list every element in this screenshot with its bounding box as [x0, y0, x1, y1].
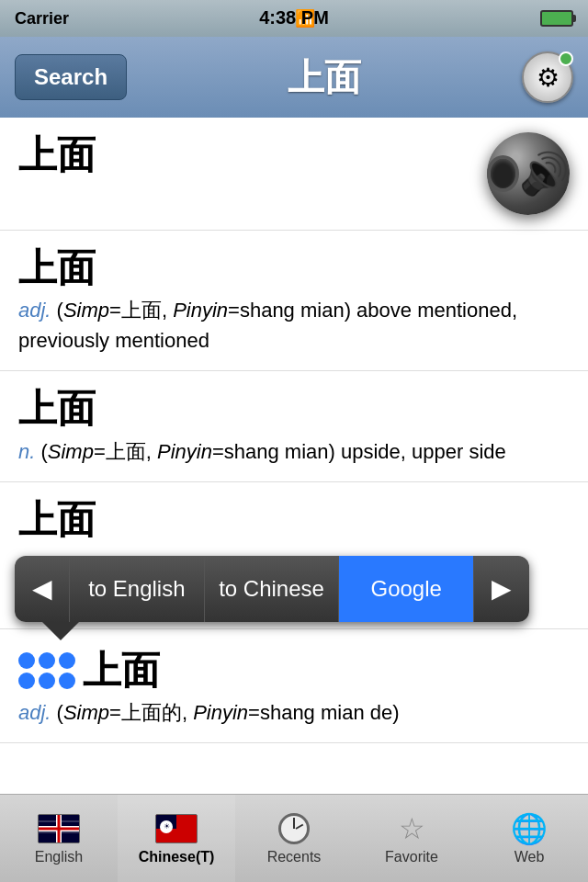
tooltip-arrow — [42, 622, 79, 640]
pos-n: n. — [18, 440, 35, 463]
status-bar: Carrier 📶 4:38 PM — [0, 0, 588, 37]
entry-2: 上面 adj. (Simp=上面, Pinyin=shang mian) abo… — [0, 231, 588, 371]
tab-chinese-label: Chinese(T) — [139, 849, 215, 865]
tooltip-google-button[interactable]: Google — [339, 556, 474, 622]
tooltip-container: ◀ to English to Chinese Google ▶ — [15, 556, 529, 622]
tab-recents[interactable]: Recents — [235, 795, 353, 882]
tooltip-to-english-button[interactable]: to English — [70, 556, 205, 622]
entry-1: 上面 — [0, 118, 588, 231]
entry-5: 上面 adj. (Simp=上面的, Pinyin=shang mian de) — [0, 629, 588, 743]
nav-bar: Search 上面 ⚙ — [0, 37, 588, 118]
entry-3-word: 上面 — [18, 387, 96, 430]
entry-3-definition: n. (Simp=上面, Pinyin=shang mian) upside, … — [18, 436, 570, 467]
tab-favorite-label: Favorite — [385, 849, 438, 865]
tooltip-to-chinese-button[interactable]: to Chinese — [205, 556, 340, 622]
search-button[interactable]: Search — [15, 54, 127, 100]
tw-flag-icon: ☀ — [154, 812, 198, 845]
tooltip-bar: ◀ to English to Chinese Google ▶ — [15, 556, 529, 622]
pos-adj-2: adj. — [18, 701, 51, 724]
clock-icon — [272, 812, 316, 845]
entry-4-word: 上面 — [18, 498, 96, 541]
settings-icon[interactable]: ⚙ — [522, 51, 573, 103]
uk-flag-icon — [37, 812, 81, 845]
entry-1-word: 上面 — [18, 132, 96, 178]
entry-2-definition: adj. (Simp=上面, Pinyin=shang mian) above … — [18, 295, 570, 356]
pos-adj: adj. — [18, 299, 51, 322]
status-time: 4:38 PM — [259, 7, 329, 28]
tab-english-label: English — [35, 849, 83, 865]
star-icon: ☆ — [390, 812, 434, 845]
status-right — [540, 10, 573, 27]
entry-4: 上面 p ◀ to English to Chinese Google ▶ — [0, 482, 588, 629]
green-dot-indicator — [559, 51, 573, 66]
dots-decoration: 上面 — [18, 648, 570, 694]
content-area: 上面 上面 adj. (Simp=上面, Pinyin=shang mian) … — [0, 118, 588, 794]
speaker-icon[interactable] — [487, 132, 570, 215]
tab-english[interactable]: English — [0, 795, 118, 882]
entry-5-definition: adj. (Simp=上面的, Pinyin=shang mian de) — [18, 697, 570, 728]
battery-icon — [540, 10, 573, 27]
tab-favorite[interactable]: ☆ Favorite — [353, 795, 470, 882]
tab-chinese[interactable]: ☀ Chinese(T) — [118, 795, 235, 882]
tooltip-next-button[interactable]: ▶ — [474, 556, 529, 622]
entry-3: 上面 n. (Simp=上面, Pinyin=shang mian) upsid… — [0, 371, 588, 481]
entry-2-word: 上面 — [18, 246, 96, 289]
tab-recents-label: Recents — [267, 849, 322, 865]
globe-icon: 🌐 — [507, 812, 551, 845]
tab-web[interactable]: 🌐 Web — [470, 795, 588, 882]
entry-1-header: 上面 — [18, 132, 570, 215]
tab-web-label: Web — [514, 849, 545, 865]
entry-5-word: 上面 — [83, 648, 160, 694]
nav-title: 上面 — [288, 52, 361, 103]
tooltip-prev-button[interactable]: ◀ — [15, 556, 70, 622]
tab-bar: English ☀ Chinese(T) Recents ☆ Favorite — [0, 794, 588, 882]
carrier-label: Carrier — [15, 9, 69, 28]
